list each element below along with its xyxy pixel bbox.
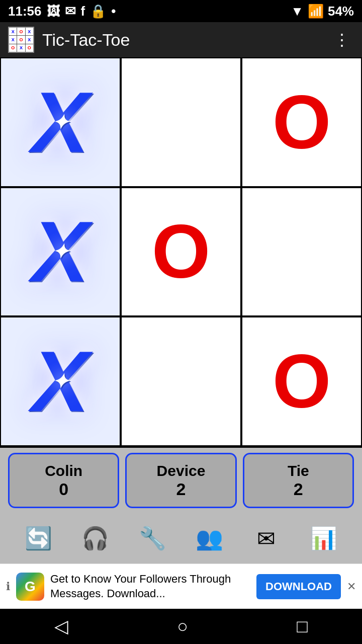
players-button[interactable]: 👥 — [190, 518, 230, 558]
score-value-0: 0 — [59, 479, 68, 499]
score-value-2: 2 — [294, 479, 303, 499]
battery-display: 54% — [328, 4, 354, 19]
lock-icon: 🔒 — [90, 4, 106, 19]
recent-button[interactable]: □ — [293, 612, 312, 641]
ad-banner: ℹ G Get to Know Your Followers Through M… — [0, 564, 362, 609]
time-display: 11:56 — [8, 4, 42, 19]
ad-logo: G — [16, 573, 44, 601]
cell-4[interactable]: O — [121, 187, 241, 317]
cell-3[interactable]: X — [0, 187, 121, 317]
score-box-tie[interactable]: Tie2 — [243, 453, 354, 508]
app-icon: X O X X O X O X O — [8, 27, 34, 53]
dot-indicator: • — [111, 4, 116, 19]
cell-1[interactable] — [121, 57, 241, 187]
score-name-1: Device — [157, 462, 206, 479]
app-title: Tic-Tac-Toe — [42, 30, 322, 50]
refresh-button[interactable]: 🔄 — [19, 518, 59, 558]
chart-button[interactable]: 📊 — [303, 518, 343, 558]
notification-icon: 🖼 — [47, 4, 60, 19]
signal-icon: 📶 — [308, 4, 324, 19]
email-icon: ✉ — [65, 4, 76, 19]
score-name-2: Tie — [288, 462, 309, 479]
ad-info-icon[interactable]: ℹ — [6, 580, 10, 593]
cell-7[interactable] — [121, 316, 241, 446]
cell-8[interactable]: O — [241, 316, 362, 446]
cell-2[interactable]: O — [241, 57, 362, 187]
score-name-0: Colin — [45, 462, 82, 479]
nav-bar: ◁ ○ □ — [0, 609, 362, 644]
cell-0[interactable]: X — [0, 57, 121, 187]
cell-6[interactable]: X — [0, 316, 121, 446]
ad-close-icon[interactable]: ✕ — [347, 580, 356, 593]
score-box-device[interactable]: Device2 — [125, 453, 236, 508]
facebook-icon: f — [81, 4, 85, 19]
home-button[interactable]: ○ — [173, 612, 192, 641]
toolbar: 🔄🎧🔧👥✉📊 — [0, 513, 362, 564]
mail-button[interactable]: ✉ — [246, 518, 287, 558]
ad-download-button[interactable]: DOWNLOAD — [256, 574, 341, 599]
score-section: Colin0Device2Tie2 — [0, 448, 362, 513]
score-box-colin[interactable]: Colin0 — [8, 453, 119, 508]
ad-text: Get to Know Your Followers Through Messa… — [50, 572, 250, 601]
back-button[interactable]: ◁ — [50, 612, 72, 641]
overflow-menu-button[interactable]: ⋮ — [330, 26, 354, 53]
audio-button[interactable]: 🎧 — [75, 518, 116, 558]
settings-button[interactable]: 🔧 — [132, 518, 172, 558]
app-bar: X O X X O X O X O Tic-Tac-Toe ⋮ — [0, 22, 362, 57]
status-bar: 11:56 🖼 ✉ f 🔒 • ▼ 📶 54% — [0, 0, 362, 22]
game-board: XOXOXO — [0, 57, 362, 448]
score-value-1: 2 — [176, 479, 186, 499]
wifi-icon: ▼ — [291, 4, 304, 19]
cell-5[interactable] — [241, 187, 362, 317]
